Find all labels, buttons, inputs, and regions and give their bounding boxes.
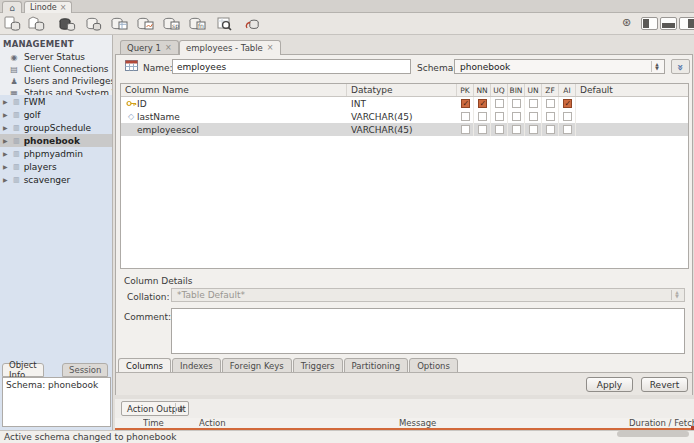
column-default[interactable] — [576, 97, 688, 110]
col-header-nn[interactable]: NN — [474, 84, 491, 96]
checkbox-nn[interactable] — [478, 112, 487, 121]
column-default[interactable] — [576, 110, 688, 123]
checkbox-uq[interactable] — [495, 125, 504, 134]
checkbox-ai[interactable] — [563, 125, 572, 134]
tab-query1[interactable]: Query 1 × — [120, 40, 179, 55]
col-header-ai[interactable]: AI — [559, 84, 576, 96]
col-header-default[interactable]: Default — [576, 84, 688, 96]
tab-employees-table[interactable]: employees - Table × — [179, 40, 281, 55]
checkbox-uq[interactable] — [495, 112, 504, 121]
checkbox-ai[interactable] — [563, 99, 572, 108]
schema-item-phpmyadmin[interactable]: ▶▥phpmyadmin — [0, 147, 112, 160]
col-header-un[interactable]: UN — [525, 84, 542, 96]
column-datatype: VARCHAR(45) — [347, 110, 457, 123]
expand-header-button[interactable]: » — [671, 59, 690, 74]
horizontal-scrollbar-thumb[interactable] — [617, 431, 689, 437]
connection-tab[interactable]: Linode × — [24, 1, 72, 13]
col-header-zf[interactable]: ZF — [542, 84, 559, 96]
sql-file-new-icon[interactable] — [4, 16, 22, 32]
checkbox-nn[interactable] — [478, 125, 487, 134]
schema-item-fwm[interactable]: ▶▥FWM — [0, 95, 112, 108]
table-name-input[interactable] — [172, 59, 411, 74]
checkbox-zf[interactable] — [546, 125, 555, 134]
sql-file-open-icon[interactable] — [28, 16, 46, 32]
table-row[interactable]: ◇lastName VARCHAR(45) — [121, 110, 688, 123]
column-default[interactable] — [576, 123, 688, 136]
output-col-action[interactable]: Action — [199, 418, 399, 428]
comment-textarea[interactable] — [171, 308, 685, 354]
output-col-time[interactable]: Time — [143, 418, 199, 428]
checkbox-uq[interactable] — [495, 99, 504, 108]
db-new-schema-icon[interactable] — [84, 16, 102, 32]
schema-item-players[interactable]: ▶▥players — [0, 160, 112, 173]
sidebar-item-users-privileges[interactable]: ♟Users and Privileges — [0, 75, 112, 87]
checkbox-zf[interactable] — [546, 99, 555, 108]
toggle-right-panel-button[interactable] — [679, 17, 694, 30]
tab-triggers[interactable]: Triggers — [293, 358, 343, 373]
checkbox-pk[interactable] — [461, 112, 470, 121]
status-indicator-icon[interactable]: ⊛ — [622, 16, 631, 29]
checkbox-zf[interactable] — [546, 112, 555, 121]
toggle-bottom-panel-button[interactable] — [660, 17, 677, 30]
db-overview-icon[interactable] — [58, 16, 76, 32]
collation-select[interactable]: *Table Default* ▲▼ — [171, 288, 685, 302]
checkbox-pk[interactable] — [461, 99, 470, 108]
schema-item-groupschedule[interactable]: ▶▥groupSchedule — [0, 121, 112, 134]
expander-icon[interactable]: ▶ — [3, 150, 9, 157]
col-header-datatype[interactable]: Datatype — [347, 84, 457, 96]
checkbox-un[interactable] — [529, 112, 538, 121]
checkbox-pk[interactable] — [461, 125, 470, 134]
action-output-panel: Action Output ▲▼ Time Action Message Dur… — [115, 399, 694, 430]
close-icon[interactable]: × — [60, 4, 67, 12]
schema-select[interactable]: phonebook ▲▼ — [454, 59, 665, 74]
table-row[interactable]: employeescol VARCHAR(45) — [121, 123, 688, 136]
expander-icon[interactable]: ▶ — [3, 98, 9, 105]
tab-partitioning[interactable]: Partitioning — [344, 358, 409, 373]
checkbox-bin[interactable] — [512, 112, 521, 121]
db-search-icon[interactable] — [216, 16, 234, 32]
apply-button[interactable]: Apply — [586, 377, 633, 392]
db-new-table-icon[interactable] — [110, 16, 128, 32]
schema-item-golf[interactable]: ▶▥golf — [0, 108, 112, 121]
schema-item-phonebook[interactable]: ▶▥phonebook — [0, 134, 112, 147]
tab-columns[interactable]: Columns — [118, 358, 171, 373]
checkbox-bin[interactable] — [512, 99, 521, 108]
stepper-icon[interactable]: ▲▼ — [651, 61, 662, 72]
col-header-pk[interactable]: PK — [457, 84, 474, 96]
revert-button[interactable]: Revert — [641, 377, 688, 392]
expander-icon[interactable]: ▶ — [3, 111, 9, 118]
tab-options[interactable]: Options — [409, 358, 458, 373]
db-new-view-icon[interactable] — [136, 16, 154, 32]
schema-icon: ▥ — [13, 111, 20, 119]
sidebar-item-client-connections[interactable]: ▤Client Connections — [0, 63, 112, 75]
close-icon[interactable]: × — [267, 44, 274, 52]
toggle-left-panel-button[interactable] — [641, 17, 658, 30]
output-col-duration[interactable]: Duration / Fetch — [629, 418, 694, 428]
output-col-message[interactable]: Message — [399, 418, 629, 428]
home-tab[interactable]: ⌂ — [2, 1, 22, 13]
expander-icon[interactable]: ▶ — [3, 176, 9, 183]
col-header-bin[interactable]: BIN — [508, 84, 525, 96]
db-reconnect-icon[interactable] — [244, 16, 262, 32]
tab-object-info[interactable]: Object Info — [2, 363, 44, 377]
col-header-name[interactable]: Column Name — [121, 84, 347, 96]
schema-item-scavenger[interactable]: ▶▥scavenger — [0, 173, 112, 186]
tab-indexes[interactable]: Indexes — [172, 358, 221, 373]
expander-icon[interactable]: ▶ — [3, 124, 9, 131]
checkbox-nn[interactable] — [478, 99, 487, 108]
tab-foreign-keys[interactable]: Foreign Keys — [222, 358, 292, 373]
checkbox-bin[interactable] — [512, 125, 521, 134]
close-icon[interactable]: × — [165, 44, 172, 52]
checkbox-ai[interactable] — [563, 112, 572, 121]
checkbox-un[interactable] — [529, 125, 538, 134]
db-new-procedure-icon[interactable]: sp — [162, 16, 180, 32]
checkbox-un[interactable] — [529, 99, 538, 108]
col-header-uq[interactable]: UQ — [491, 84, 508, 96]
db-new-function-icon[interactable]: fn — [188, 16, 206, 32]
expander-icon[interactable]: ▶ — [3, 137, 9, 144]
sidebar-item-server-status[interactable]: ◉Server Status — [0, 51, 112, 63]
output-selector[interactable]: Action Output ▲▼ — [121, 401, 189, 416]
table-row[interactable]: ID INT — [121, 97, 688, 110]
tab-session[interactable]: Session — [62, 363, 108, 377]
expander-icon[interactable]: ▶ — [3, 163, 9, 170]
